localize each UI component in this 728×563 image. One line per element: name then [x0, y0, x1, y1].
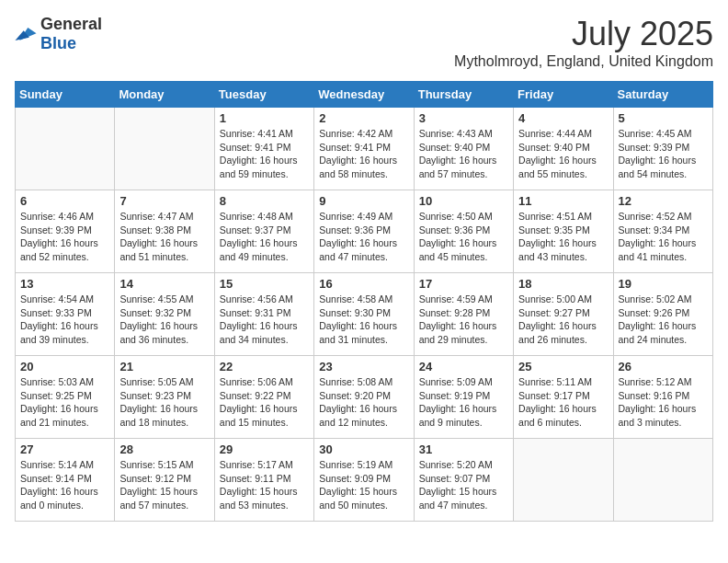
- location-title: Mytholmroyd, England, United Kingdom: [454, 53, 713, 70]
- day-info: Sunrise: 5:15 AMSunset: 9:12 PMDaylight:…: [119, 459, 198, 511]
- calendar-cell: 20Sunrise: 5:03 AMSunset: 9:25 PMDayligh…: [16, 356, 115, 439]
- calendar-cell: 30Sunrise: 5:19 AMSunset: 9:09 PMDayligh…: [314, 439, 414, 522]
- day-info: Sunrise: 4:41 AMSunset: 9:41 PMDaylight:…: [220, 128, 298, 179]
- calendar-cell: 15Sunrise: 4:56 AMSunset: 9:31 PMDayligh…: [214, 273, 313, 356]
- day-info: Sunrise: 4:42 AMSunset: 9:41 PMDaylight:…: [319, 128, 397, 179]
- calendar-cell: 6Sunrise: 4:46 AMSunset: 9:39 PMDaylight…: [16, 190, 115, 273]
- day-number: 6: [20, 194, 109, 208]
- calendar-cell: 18Sunrise: 5:00 AMSunset: 9:27 PMDayligh…: [514, 273, 613, 356]
- day-info: Sunrise: 5:03 AMSunset: 9:25 PMDaylight:…: [20, 376, 98, 428]
- calendar-week-1: 1Sunrise: 4:41 AMSunset: 9:41 PMDaylight…: [16, 108, 713, 190]
- day-number: 24: [419, 360, 508, 373]
- day-info: Sunrise: 4:43 AMSunset: 9:40 PMDaylight:…: [419, 128, 497, 179]
- calendar-cell: 23Sunrise: 5:08 AMSunset: 9:20 PMDayligh…: [314, 356, 414, 439]
- day-info: Sunrise: 5:12 AMSunset: 9:16 PMDaylight:…: [619, 376, 697, 428]
- calendar-table: SundayMondayTuesdayWednesdayThursdayFrid…: [15, 81, 713, 522]
- calendar-cell: 13Sunrise: 4:54 AMSunset: 9:33 PMDayligh…: [16, 273, 115, 356]
- day-info: Sunrise: 5:08 AMSunset: 9:20 PMDaylight:…: [319, 376, 397, 428]
- day-info: Sunrise: 4:48 AMSunset: 9:37 PMDaylight:…: [220, 211, 298, 262]
- weekday-header-thursday: Thursday: [414, 82, 513, 108]
- day-number: 4: [518, 111, 608, 125]
- day-number: 7: [119, 194, 209, 208]
- day-number: 16: [319, 277, 408, 291]
- calendar-week-4: 20Sunrise: 5:03 AMSunset: 9:25 PMDayligh…: [16, 356, 713, 439]
- day-number: 20: [20, 360, 109, 373]
- calendar-cell: 16Sunrise: 4:58 AMSunset: 9:30 PMDayligh…: [314, 273, 414, 356]
- calendar-cell: 14Sunrise: 4:55 AMSunset: 9:32 PMDayligh…: [115, 273, 214, 356]
- day-info: Sunrise: 5:02 AMSunset: 9:26 PMDaylight:…: [619, 293, 697, 345]
- day-info: Sunrise: 4:49 AMSunset: 9:36 PMDaylight:…: [319, 211, 397, 262]
- day-info: Sunrise: 5:06 AMSunset: 9:22 PMDaylight:…: [220, 376, 298, 428]
- calendar-cell: 26Sunrise: 5:12 AMSunset: 9:16 PMDayligh…: [613, 356, 712, 439]
- day-number: 26: [619, 360, 708, 373]
- logo-blue: Blue: [40, 34, 76, 52]
- day-info: Sunrise: 4:51 AMSunset: 9:35 PMDaylight:…: [518, 211, 597, 262]
- day-number: 30: [319, 442, 408, 456]
- calendar-cell: 27Sunrise: 5:14 AMSunset: 9:14 PMDayligh…: [16, 439, 115, 522]
- month-title: July 2025: [454, 15, 713, 53]
- weekday-header-monday: Monday: [115, 82, 214, 108]
- calendar-cell: 31Sunrise: 5:20 AMSunset: 9:07 PMDayligh…: [414, 439, 513, 522]
- calendar-week-2: 6Sunrise: 4:46 AMSunset: 9:39 PMDaylight…: [16, 190, 713, 273]
- calendar-cell: 4Sunrise: 4:44 AMSunset: 9:40 PMDaylight…: [514, 108, 613, 190]
- day-info: Sunrise: 4:54 AMSunset: 9:33 PMDaylight:…: [20, 293, 98, 345]
- day-info: Sunrise: 4:52 AMSunset: 9:34 PMDaylight:…: [619, 211, 697, 262]
- day-number: 14: [119, 277, 209, 291]
- day-number: 3: [419, 111, 508, 125]
- calendar-cell: [514, 439, 613, 522]
- weekday-header-tuesday: Tuesday: [214, 82, 313, 108]
- day-number: 28: [119, 442, 209, 456]
- day-info: Sunrise: 4:44 AMSunset: 9:40 PMDaylight:…: [518, 128, 597, 179]
- day-number: 8: [220, 194, 309, 208]
- day-number: 11: [518, 194, 608, 208]
- day-number: 1: [220, 111, 309, 125]
- calendar-cell: 21Sunrise: 5:05 AMSunset: 9:23 PMDayligh…: [115, 356, 214, 439]
- day-info: Sunrise: 5:05 AMSunset: 9:23 PMDaylight:…: [119, 376, 198, 428]
- day-number: 31: [419, 442, 508, 456]
- day-info: Sunrise: 4:56 AMSunset: 9:31 PMDaylight:…: [220, 293, 298, 345]
- day-info: Sunrise: 5:14 AMSunset: 9:14 PMDaylight:…: [20, 459, 98, 511]
- calendar-cell: [16, 108, 115, 190]
- day-info: Sunrise: 4:55 AMSunset: 9:32 PMDaylight:…: [119, 293, 198, 345]
- day-info: Sunrise: 4:59 AMSunset: 9:28 PMDaylight:…: [419, 293, 497, 345]
- day-info: Sunrise: 5:11 AMSunset: 9:17 PMDaylight:…: [518, 376, 597, 428]
- calendar-cell: 29Sunrise: 5:17 AMSunset: 9:11 PMDayligh…: [214, 439, 313, 522]
- calendar-cell: 19Sunrise: 5:02 AMSunset: 9:26 PMDayligh…: [613, 273, 712, 356]
- day-number: 9: [319, 194, 408, 208]
- calendar-cell: 1Sunrise: 4:41 AMSunset: 9:41 PMDaylight…: [214, 108, 313, 190]
- day-number: 21: [119, 360, 209, 373]
- logo-text: General Blue: [40, 15, 102, 53]
- weekday-header-row: SundayMondayTuesdayWednesdayThursdayFrid…: [16, 82, 713, 108]
- calendar-cell: 3Sunrise: 4:43 AMSunset: 9:40 PMDaylight…: [414, 108, 513, 190]
- day-info: Sunrise: 4:46 AMSunset: 9:39 PMDaylight:…: [20, 211, 98, 262]
- day-number: 10: [419, 194, 508, 208]
- day-number: 13: [20, 277, 109, 291]
- day-number: 27: [20, 442, 109, 456]
- day-number: 5: [619, 111, 708, 125]
- calendar-cell: 5Sunrise: 4:45 AMSunset: 9:39 PMDaylight…: [613, 108, 712, 190]
- calendar-cell: [115, 108, 214, 190]
- calendar-cell: 2Sunrise: 4:42 AMSunset: 9:41 PMDaylight…: [314, 108, 414, 190]
- day-info: Sunrise: 4:45 AMSunset: 9:39 PMDaylight:…: [619, 128, 697, 179]
- calendar-cell: 9Sunrise: 4:49 AMSunset: 9:36 PMDaylight…: [314, 190, 414, 273]
- calendar-week-3: 13Sunrise: 4:54 AMSunset: 9:33 PMDayligh…: [16, 273, 713, 356]
- logo-general: General: [40, 15, 102, 33]
- calendar-cell: 17Sunrise: 4:59 AMSunset: 9:28 PMDayligh…: [414, 273, 513, 356]
- calendar-cell: 22Sunrise: 5:06 AMSunset: 9:22 PMDayligh…: [214, 356, 313, 439]
- day-info: Sunrise: 5:20 AMSunset: 9:07 PMDaylight:…: [419, 459, 497, 511]
- weekday-header-saturday: Saturday: [613, 82, 712, 108]
- calendar-cell: 8Sunrise: 4:48 AMSunset: 9:37 PMDaylight…: [214, 190, 313, 273]
- day-number: 19: [619, 277, 708, 291]
- day-number: 12: [619, 194, 708, 208]
- day-number: 29: [220, 442, 309, 456]
- day-info: Sunrise: 5:19 AMSunset: 9:09 PMDaylight:…: [319, 459, 397, 511]
- calendar-week-5: 27Sunrise: 5:14 AMSunset: 9:14 PMDayligh…: [16, 439, 713, 522]
- calendar-cell: 11Sunrise: 4:51 AMSunset: 9:35 PMDayligh…: [514, 190, 613, 273]
- day-number: 23: [319, 360, 408, 373]
- day-info: Sunrise: 4:47 AMSunset: 9:38 PMDaylight:…: [119, 211, 198, 262]
- day-number: 2: [319, 111, 408, 125]
- calendar-cell: 7Sunrise: 4:47 AMSunset: 9:38 PMDaylight…: [115, 190, 214, 273]
- calendar-cell: 25Sunrise: 5:11 AMSunset: 9:17 PMDayligh…: [514, 356, 613, 439]
- calendar-cell: 10Sunrise: 4:50 AMSunset: 9:36 PMDayligh…: [414, 190, 513, 273]
- logo: General Blue: [15, 15, 102, 53]
